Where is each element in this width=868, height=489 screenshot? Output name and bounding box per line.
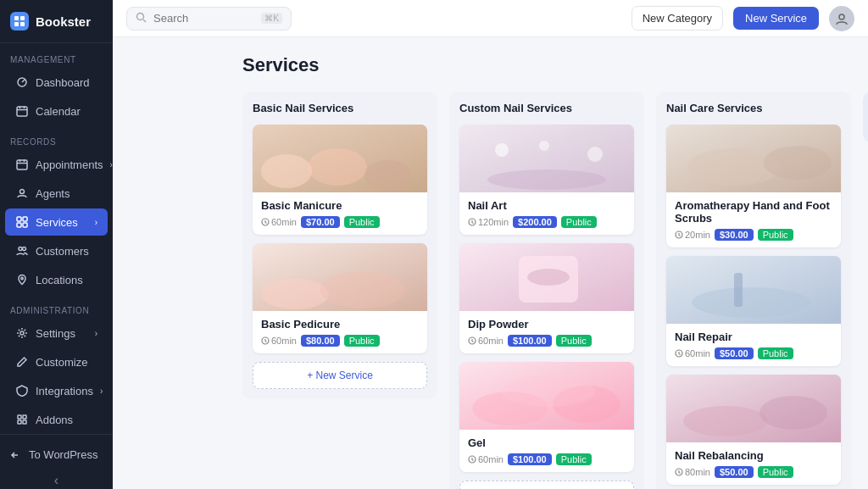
column-header: Basic Nail Services xyxy=(253,102,427,114)
sidebar-item-label: Settings xyxy=(36,327,75,340)
service-name: Basic Manicure xyxy=(261,199,419,212)
sidebar-item-customize[interactable]: Customize xyxy=(5,348,108,375)
app-name: Bookster xyxy=(36,14,91,29)
service-card-aroma: Aromatherapy Hand and Foot Scrubs 20min … xyxy=(666,125,841,247)
addons-icon xyxy=(15,413,29,426)
sidebar-item-services[interactable]: Services › xyxy=(5,208,108,236)
search-box[interactable]: ⌘K xyxy=(126,7,292,31)
sidebar-logo[interactable]: Bookster xyxy=(0,0,113,43)
service-duration: 60min xyxy=(261,217,297,227)
service-card-image xyxy=(459,243,634,311)
svg-rect-9 xyxy=(23,217,27,221)
search-kbd: ⌘K xyxy=(261,13,282,24)
page-title: Services xyxy=(242,54,851,76)
services-icon xyxy=(15,215,29,229)
sidebar-item-addons[interactable]: Addons xyxy=(5,406,108,433)
chevron-right-icon: › xyxy=(95,218,97,227)
svg-point-34 xyxy=(587,147,603,162)
service-columns: Basic Nail Services Basic Manicure xyxy=(242,92,851,489)
service-visibility: Public xyxy=(561,216,597,228)
service-price: $100.00 xyxy=(508,335,552,347)
svg-point-13 xyxy=(23,247,26,251)
search-input[interactable] xyxy=(153,12,247,25)
service-card-body: Gel 60min $100.00 Public xyxy=(459,430,634,472)
logo-icon xyxy=(10,12,29,31)
top-header: ⌘K New Category New Service xyxy=(113,0,868,37)
search-icon xyxy=(136,12,147,25)
service-card-body: Basic Pedicure 60min $80.00 Public xyxy=(253,311,427,353)
column-custom-nail: Custom Nail Services Nail Art xyxy=(449,92,644,489)
service-name: Nail Art xyxy=(468,199,626,212)
service-card-body: Nail Rebalancing 80min $50.00 Public xyxy=(666,442,841,485)
locations-icon xyxy=(15,273,29,286)
svg-rect-17 xyxy=(23,415,26,419)
svg-rect-10 xyxy=(17,223,21,227)
service-name: Nail Repair xyxy=(675,331,832,343)
new-service-button-col2[interactable]: + New Service xyxy=(459,481,634,489)
service-meta: 60min $50.00 Public xyxy=(675,347,832,359)
sidebar-item-label: Agents xyxy=(36,187,70,200)
sidebar-item-dashboard[interactable]: Dashboard xyxy=(5,69,108,96)
service-meta: 60min $100.00 Public xyxy=(468,453,626,465)
sidebar-item-calendar[interactable]: Calendar xyxy=(5,97,108,125)
service-card-image xyxy=(253,125,427,192)
chevron-right-icon: › xyxy=(95,329,97,338)
to-wordpress-link[interactable]: To WordPress xyxy=(10,443,103,466)
new-service-button-col1[interactable]: + New Service xyxy=(253,362,427,389)
service-card-body: Basic Manicure 60min $70.00 Public xyxy=(253,192,427,235)
service-meta: 60min $80.00 Public xyxy=(261,335,419,347)
sidebar-item-label: Locations xyxy=(36,274,83,286)
user-avatar[interactable] xyxy=(829,6,854,31)
service-visibility: Public xyxy=(556,335,592,347)
column-header: Nail Care Services xyxy=(666,102,841,114)
sidebar-item-customers[interactable]: Customers xyxy=(5,237,108,264)
sidebar-item-label: Calendar xyxy=(36,105,81,118)
sidebar-item-agents[interactable]: Agents xyxy=(5,180,108,207)
sidebar-item-label: Integrations xyxy=(36,385,93,397)
svg-point-48 xyxy=(764,146,832,180)
service-card-body: Nail Art 120min $200.00 Public xyxy=(459,192,634,235)
svg-rect-2 xyxy=(14,22,19,26)
sidebar-item-locations[interactable]: Locations xyxy=(5,266,108,293)
svg-rect-11 xyxy=(23,223,27,227)
service-name: Nail Rebalancing xyxy=(675,449,832,462)
sidebar-item-integrations[interactable]: Integrations › xyxy=(5,377,108,404)
service-visibility: Public xyxy=(556,453,592,465)
service-visibility: Public xyxy=(344,335,380,347)
svg-rect-52 xyxy=(734,273,743,307)
dashboard-icon xyxy=(15,75,29,89)
service-card-image xyxy=(459,125,634,192)
service-card-body: Aromatherapy Hand and Foot Scrubs 20min … xyxy=(666,192,841,247)
chevron-right-icon: › xyxy=(110,160,113,169)
service-card-image xyxy=(666,256,841,324)
svg-point-35 xyxy=(487,169,606,190)
svg-rect-1 xyxy=(20,16,25,20)
sidebar-item-label: Customize xyxy=(36,356,87,369)
sidebar-item-label: Services xyxy=(36,216,78,229)
service-visibility: Public xyxy=(344,216,380,228)
service-duration: 60min xyxy=(675,348,710,358)
svg-point-44 xyxy=(502,376,595,407)
sidebar-item-appointments[interactable]: Appointments › xyxy=(5,151,108,178)
sidebar-collapse-btn[interactable]: ‹ xyxy=(10,466,103,489)
appointments-icon xyxy=(15,158,29,171)
svg-rect-8 xyxy=(17,217,21,221)
svg-rect-18 xyxy=(18,420,21,424)
new-service-header-button[interactable]: New Service xyxy=(733,7,819,30)
svg-point-33 xyxy=(539,141,549,151)
sidebar-item-label: Dashboard xyxy=(36,76,90,89)
service-name: Gel xyxy=(468,436,626,449)
sidebar-footer: To WordPress ‹ xyxy=(0,434,113,489)
service-meta: 20min $30.00 Public xyxy=(675,229,832,241)
sidebar-item-settings[interactable]: Settings › xyxy=(5,320,108,347)
svg-point-12 xyxy=(19,247,22,251)
chevron-right-icon: › xyxy=(100,386,103,396)
service-price: $70.00 xyxy=(301,216,340,228)
service-price: $50.00 xyxy=(715,347,754,359)
new-category-column: + New Category xyxy=(863,92,868,142)
svg-rect-19 xyxy=(23,420,26,424)
new-category-header-button[interactable]: New Category xyxy=(632,6,723,31)
svg-rect-3 xyxy=(20,22,25,26)
service-visibility: Public xyxy=(758,229,793,241)
service-card-image xyxy=(666,125,841,192)
